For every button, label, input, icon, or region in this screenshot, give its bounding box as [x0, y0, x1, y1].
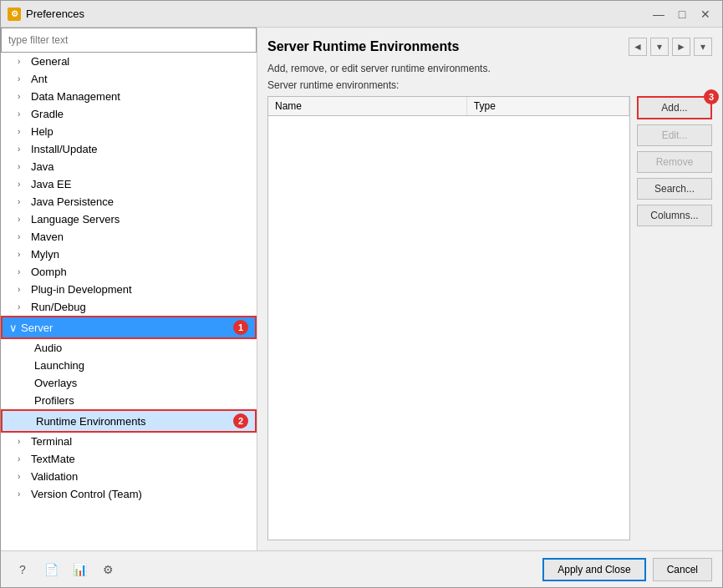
- import-button[interactable]: 📊: [68, 558, 91, 581]
- maximize-button[interactable]: □: [672, 4, 692, 24]
- sidebar-child-profilers[interactable]: Profilers: [1, 392, 257, 409]
- sidebar-item-ant[interactable]: › Ant: [1, 70, 257, 88]
- expand-arrow: ›: [18, 267, 28, 276]
- expand-arrow: ›: [18, 472, 28, 481]
- sidebar-item-java[interactable]: › Java: [1, 158, 257, 175]
- close-button[interactable]: ✕: [695, 4, 715, 24]
- title-bar: ⚙ Preferences — □ ✕: [1, 1, 722, 28]
- expand-arrow: ›: [18, 74, 28, 84]
- dropdown-button[interactable]: ▾: [650, 38, 669, 56]
- sidebar-item-server[interactable]: ∨ Server 1: [1, 316, 257, 339]
- back-button[interactable]: ◄: [629, 38, 647, 56]
- sidebar-item-label: Validation: [31, 470, 78, 483]
- panel-header: Server Runtime Environments ◄ ▾ ► ▾: [267, 38, 712, 56]
- tree-container[interactable]: › General › Ant › Data Management › Grad…: [1, 53, 257, 550]
- add-button-badge: 3: [704, 89, 719, 104]
- sidebar-child-runtime-environments[interactable]: Runtime Environments 2: [1, 409, 257, 433]
- panel-description: Add, remove, or edit server runtime envi…: [267, 63, 712, 74]
- settings-button[interactable]: ⚙: [96, 558, 120, 581]
- sidebar-item-label: Install/Update: [31, 143, 98, 155]
- col-header-type: Type: [466, 97, 629, 116]
- sidebar-item-label: Java Persistence: [31, 195, 114, 208]
- sidebar-item-java-persistence[interactable]: › Java Persistence: [1, 193, 257, 210]
- title-bar-left: ⚙ Preferences: [8, 8, 84, 21]
- add-button[interactable]: Add...: [637, 96, 712, 119]
- edit-button[interactable]: Edit...: [637, 124, 712, 146]
- sidebar-item-label: Plug-in Development: [31, 283, 132, 296]
- sidebar-item-label: Mylyn: [31, 248, 59, 261]
- sidebar-child-audio[interactable]: Audio: [1, 339, 257, 357]
- sidebar-item-java-ee[interactable]: › Java EE: [1, 175, 257, 193]
- expand-arrow: ›: [18, 454, 28, 464]
- sidebar-item-mylyn[interactable]: › Mylyn: [1, 246, 257, 263]
- sidebar-item-label: Server: [21, 322, 230, 334]
- sidebar-item-label: Oomph: [31, 266, 67, 278]
- expand-arrow: ›: [18, 162, 28, 171]
- help-button[interactable]: ?: [11, 558, 34, 581]
- runtime-environments-label: Runtime Environments: [36, 415, 146, 428]
- expand-arrow: ›: [18, 489, 28, 499]
- table-area: Name Type Add... 3 Edit... Remove: [267, 96, 712, 540]
- window-title: Preferences: [26, 8, 84, 20]
- sidebar-item-install-update[interactable]: › Install/Update: [1, 140, 257, 158]
- sidebar-item-general[interactable]: › General: [1, 53, 257, 70]
- sidebar-item-oomph[interactable]: › Oomph: [1, 263, 257, 281]
- title-controls: — □ ✕: [649, 4, 715, 24]
- sidebar-item-data-management[interactable]: › Data Management: [1, 88, 257, 105]
- sidebar-item-textmate[interactable]: › TextMate: [1, 450, 257, 468]
- sidebar-item-label: Java EE: [31, 178, 71, 190]
- table-container: Name Type: [267, 96, 630, 540]
- sidebar-child-overlays[interactable]: Overlays: [1, 374, 257, 392]
- sidebar-item-label: Terminal: [31, 435, 72, 448]
- server-badge: 1: [233, 320, 248, 335]
- col-header-name: Name: [268, 97, 466, 116]
- sidebar-item-gradle[interactable]: › Gradle: [1, 105, 257, 123]
- app-icon: ⚙: [8, 8, 21, 21]
- panel-toolbar: ◄ ▾ ► ▾: [629, 38, 712, 56]
- sidebar-item-terminal[interactable]: › Terminal: [1, 433, 257, 450]
- expand-arrow: ›: [18, 437, 28, 446]
- sidebar-item-label: Language Servers: [31, 213, 120, 226]
- expand-arrow: ∨: [9, 322, 18, 334]
- content-area: › General › Ant › Data Management › Grad…: [1, 28, 722, 550]
- export-button[interactable]: 📄: [39, 558, 63, 581]
- expand-arrow: ›: [18, 302, 28, 312]
- sidebar-item-plugin-development[interactable]: › Plug-in Development: [1, 281, 257, 298]
- sidebar-item-validation[interactable]: › Validation: [1, 468, 257, 485]
- sidebar-item-help[interactable]: › Help: [1, 123, 257, 140]
- toolbar-dropdown2[interactable]: ▾: [694, 38, 712, 56]
- sidebar-item-label: Maven: [31, 231, 64, 243]
- expand-arrow: ›: [18, 215, 28, 224]
- expand-arrow: ›: [18, 250, 28, 259]
- sidebar: › General › Ant › Data Management › Grad…: [1, 28, 257, 550]
- columns-button[interactable]: Columns...: [637, 205, 712, 226]
- footer-icons: ? 📄 📊 ⚙: [11, 558, 120, 581]
- expand-arrow: ›: [18, 285, 28, 294]
- panel-title: Server Runtime Environments: [267, 39, 459, 54]
- runtime-environments-badge: 2: [233, 413, 248, 428]
- sidebar-item-maven[interactable]: › Maven: [1, 228, 257, 246]
- sidebar-item-run-debug[interactable]: › Run/Debug: [1, 298, 257, 316]
- sidebar-item-label: Help: [31, 125, 53, 138]
- expand-arrow: ›: [18, 197, 28, 206]
- sidebar-item-label: Version Control (Team): [31, 488, 142, 500]
- minimize-button[interactable]: —: [649, 4, 669, 24]
- sidebar-item-label: General: [31, 55, 69, 68]
- search-button[interactable]: Search...: [637, 178, 712, 200]
- panel-subtitle: Server runtime environments:: [267, 79, 712, 91]
- sidebar-item-language-servers[interactable]: › Language Servers: [1, 210, 257, 228]
- remove-button[interactable]: Remove: [637, 151, 712, 173]
- cancel-button[interactable]: Cancel: [653, 558, 712, 581]
- sidebar-item-label: Gradle: [31, 108, 64, 120]
- forward-button[interactable]: ►: [672, 38, 690, 56]
- filter-input[interactable]: [1, 28, 257, 53]
- sidebar-item-label: Data Management: [31, 90, 120, 103]
- sidebar-item-label: TextMate: [31, 453, 75, 465]
- sidebar-item-label: Java: [31, 160, 53, 173]
- apply-close-button[interactable]: Apply and Close: [542, 558, 645, 581]
- sidebar-item-version-control[interactable]: › Version Control (Team): [1, 485, 257, 503]
- sidebar-item-label: Ant: [31, 73, 48, 85]
- sidebar-child-launching[interactable]: Launching: [1, 357, 257, 374]
- expand-arrow: ›: [18, 144, 28, 154]
- expand-arrow: ›: [18, 109, 28, 119]
